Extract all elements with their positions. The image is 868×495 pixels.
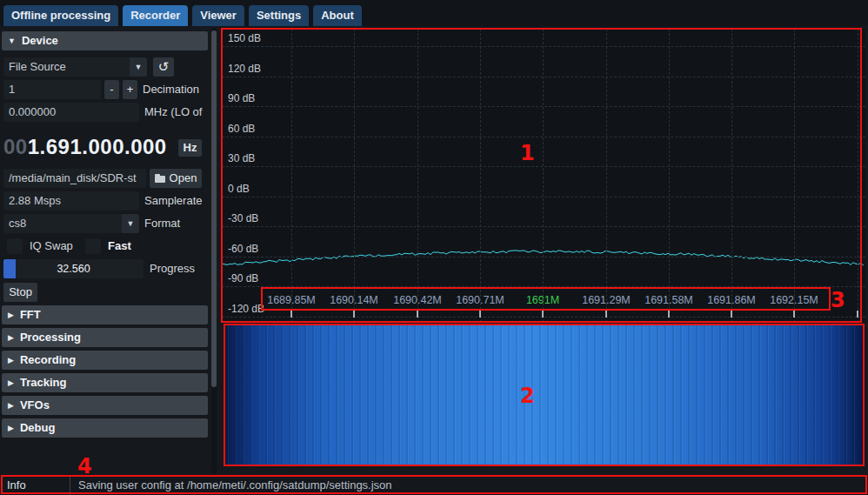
section-tracking-label: Tracking [20, 376, 66, 389]
section-device-label: Device [22, 34, 58, 47]
freq-tick [668, 311, 670, 318]
freq-tick [542, 311, 544, 318]
chevron-right-icon: ▶ [8, 418, 14, 438]
stop-button[interactable]: Stop [3, 283, 37, 302]
h-gridline [222, 77, 865, 77]
chevron-down-icon: ▼ [122, 214, 139, 233]
freq-tick [605, 311, 607, 318]
h-gridline [222, 106, 865, 107]
fft-spectrum-panel[interactable]: 150 dB 120 dB 90 dB 60 dB 30 dB 0 dB -30… [222, 29, 865, 323]
v-gridline [606, 29, 607, 323]
section-fft-label: FFT [20, 308, 41, 321]
iq-swap-checkbox[interactable] [7, 238, 23, 254]
fast-checkbox[interactable] [85, 238, 101, 254]
db-axis-label: -30 dB [228, 212, 258, 224]
v-gridline [858, 29, 858, 323]
freq-tick [353, 311, 355, 318]
db-axis-label: -60 dB [228, 243, 258, 255]
fast-label: Fast [108, 237, 131, 256]
file-path-input[interactable]: /media/main_disk/SDR-st [3, 169, 146, 188]
frequency-dim-digits: 00 [3, 135, 28, 158]
app-window: Offline processing Recorder Viewer Setti… [0, 0, 868, 495]
tab-offline-processing[interactable]: Offline processing [3, 5, 118, 26]
decimation-label: Decimation [143, 80, 199, 99]
db-axis-label: -120 dB [228, 303, 264, 315]
v-gridline [794, 29, 795, 323]
format-select-value: cs8 [9, 217, 26, 230]
freq-tick [417, 311, 418, 318]
open-file-button[interactable]: Open [150, 169, 202, 188]
frequency-digits: 1.691.000.000 [28, 135, 167, 158]
section-device[interactable]: ▼Device [2, 31, 208, 50]
freq-tick [857, 311, 858, 318]
progress-bar: 32.560 [3, 259, 144, 278]
db-axis-label: 0 dB [228, 183, 250, 195]
section-tracking[interactable]: ▶Tracking [2, 373, 208, 392]
frequency-display[interactable]: 001.691.000.000 [3, 133, 167, 161]
sidebar: ▼Device File Source ▼ ↺ 1 - + Decimation… [0, 26, 217, 476]
chevron-down-icon: ▼ [130, 57, 147, 77]
h-gridline [222, 257, 865, 258]
folder-icon [155, 176, 165, 183]
chevron-right-icon: ▶ [8, 396, 14, 415]
refresh-icon: ↺ [158, 59, 170, 74]
decimation-minus-button[interactable]: - [104, 80, 119, 99]
section-fft[interactable]: ▶FFT [2, 305, 208, 324]
v-gridline [480, 29, 481, 323]
v-gridline [417, 29, 418, 323]
tab-viewer[interactable]: Viewer [192, 5, 244, 26]
tab-recorder[interactable]: Recorder [123, 5, 188, 26]
h-gridline [222, 226, 865, 227]
section-processing-label: Processing [20, 331, 81, 344]
db-axis-label: 90 dB [228, 92, 255, 104]
tab-settings[interactable]: Settings [249, 5, 309, 26]
progress-value: 32.560 [3, 259, 144, 278]
frequency-unit-button[interactable]: Hz [178, 139, 202, 157]
waterfall-display[interactable] [226, 325, 862, 465]
chevron-right-icon: ▶ [8, 373, 14, 392]
progress-label: Progress [150, 259, 195, 278]
status-separator [70, 476, 70, 495]
h-gridline [222, 46, 865, 47]
status-message: Saving user config at /home/meti/.config… [78, 476, 392, 495]
v-gridline [669, 29, 670, 323]
chevron-right-icon: ▶ [8, 328, 14, 347]
section-recording-label: Recording [20, 353, 76, 366]
h-gridline [222, 166, 865, 167]
section-vfos-label: VFOs [20, 398, 50, 411]
lo-offset-label: MHz (LO of [144, 103, 202, 122]
freq-tick [731, 311, 732, 318]
tab-about[interactable]: About [313, 5, 362, 26]
format-select[interactable]: cs8 ▼ [3, 214, 139, 233]
h-gridline [222, 137, 865, 137]
h-gridline [222, 197, 865, 197]
db-axis-label: 30 dB [228, 152, 255, 164]
section-vfos[interactable]: ▶VFOs [2, 396, 208, 415]
source-select[interactable]: File Source ▼ [3, 57, 147, 77]
db-axis-label: 120 dB [228, 63, 261, 75]
fft-spectrum-line [222, 29, 865, 323]
section-debug-label: Debug [20, 421, 55, 434]
chevron-right-icon: ▶ [8, 305, 14, 324]
freq-tick [290, 311, 292, 318]
sidebar-scrollbar-thumb[interactable] [211, 30, 217, 387]
v-gridline [731, 29, 732, 323]
freq-tick [793, 311, 795, 318]
decimation-plus-button[interactable]: + [123, 80, 137, 99]
v-gridline [291, 29, 292, 323]
chevron-right-icon: ▶ [8, 351, 14, 370]
chevron-down-icon: ▼ [8, 31, 16, 50]
db-axis-label: -90 dB [228, 272, 258, 284]
section-recording[interactable]: ▶Recording [2, 351, 208, 370]
status-bar: Info Saving user config at /home/meti/.c… [0, 476, 868, 495]
section-processing[interactable]: ▶Processing [2, 328, 208, 347]
refresh-sources-button[interactable]: ↺ [153, 57, 174, 77]
v-gridline [543, 29, 544, 323]
lo-offset-input[interactable]: 0.000000 [3, 103, 139, 122]
section-debug[interactable]: ▶Debug [2, 418, 208, 438]
samplerate-input[interactable]: 2.88 Msps [3, 191, 139, 211]
samplerate-label: Samplerate [144, 191, 202, 211]
decimation-input[interactable]: 1 [3, 80, 101, 99]
db-axis-label: 60 dB [228, 123, 255, 135]
h-gridline [222, 317, 865, 318]
